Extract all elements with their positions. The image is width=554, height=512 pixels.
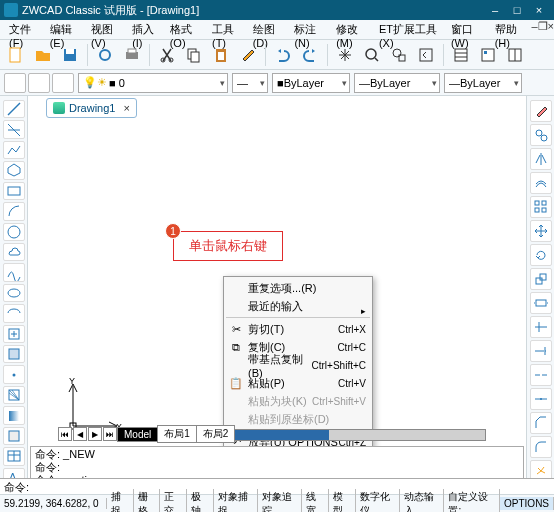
extend-tool[interactable] xyxy=(530,340,552,362)
line-tool[interactable] xyxy=(3,100,25,118)
status-snap[interactable]: 捕捉 xyxy=(107,489,134,513)
open-button[interactable] xyxy=(31,43,55,67)
plot-preview-button[interactable] xyxy=(93,43,117,67)
ctx-cut[interactable]: ✂剪切(T)Ctrl+X xyxy=(226,320,370,338)
design-center-button[interactable] xyxy=(476,43,500,67)
properties-button[interactable] xyxy=(449,43,473,67)
tab-nav-first[interactable]: ⏮ xyxy=(58,427,72,441)
menu-view[interactable]: 视图(V) xyxy=(86,20,127,39)
drawing-area[interactable]: Drawing1 × YX 单击鼠标右键 1 重复选项...(R) 最近的输入 … xyxy=(28,96,526,486)
lineweight-combo[interactable]: — xyxy=(232,73,268,93)
zoom-realtime-button[interactable] xyxy=(360,43,384,67)
menu-help[interactable]: 帮助(H) xyxy=(490,20,532,39)
point-tool[interactable] xyxy=(3,365,25,383)
menu-file[interactable]: 文件(F) xyxy=(4,20,45,39)
arc-tool[interactable] xyxy=(3,202,25,220)
scroll-thumb[interactable] xyxy=(229,430,329,440)
revcloud-tool[interactable] xyxy=(3,243,25,261)
circle-tool[interactable] xyxy=(3,223,25,241)
zoom-window-button[interactable] xyxy=(387,43,411,67)
rotate-tool[interactable] xyxy=(530,244,552,266)
stretch-tool[interactable] xyxy=(530,292,552,314)
table-tool[interactable] xyxy=(3,447,25,465)
insert-block-tool[interactable] xyxy=(3,325,25,343)
tab-layout1[interactable]: 布局1 xyxy=(157,425,197,443)
layer-states-button[interactable] xyxy=(28,73,50,93)
spline-tool[interactable] xyxy=(3,263,25,281)
menu-modify[interactable]: 修改(M) xyxy=(331,20,374,39)
maximize-button[interactable]: □ xyxy=(506,2,528,18)
ctx-copy-base[interactable]: 带基点复制(B)Ctrl+Shift+C xyxy=(226,356,370,374)
copy-tool[interactable] xyxy=(530,124,552,146)
status-dyn[interactable]: 动态输入 xyxy=(400,489,444,513)
tab-nav-last[interactable]: ⏭ xyxy=(103,427,117,441)
plotstyle-combo[interactable]: — ByLayer xyxy=(444,73,522,93)
layer-previous-button[interactable] xyxy=(52,73,74,93)
menu-format[interactable]: 格式(O) xyxy=(165,20,207,39)
new-button[interactable] xyxy=(4,43,28,67)
menu-window[interactable]: 窗口(W) xyxy=(446,20,490,39)
make-block-tool[interactable] xyxy=(3,345,25,363)
move-tool[interactable] xyxy=(530,220,552,242)
break-tool[interactable] xyxy=(530,364,552,386)
undo-button[interactable] xyxy=(271,43,295,67)
erase-tool[interactable] xyxy=(530,100,552,122)
menu-insert[interactable]: 插入(I) xyxy=(127,20,165,39)
region-tool[interactable] xyxy=(3,427,25,445)
gradient-tool[interactable] xyxy=(3,406,25,424)
layer-manager-button[interactable] xyxy=(4,73,26,93)
paste-button[interactable] xyxy=(209,43,233,67)
status-tablet[interactable]: 数字化仪 xyxy=(356,489,400,513)
zoom-previous-button[interactable] xyxy=(414,43,438,67)
status-ortho[interactable]: 正交 xyxy=(160,489,187,513)
status-options[interactable]: OPTIONS xyxy=(500,497,554,510)
ctx-recent-input[interactable]: 最近的输入 xyxy=(226,297,370,315)
polygon-tool[interactable] xyxy=(3,161,25,179)
fillet-tool[interactable] xyxy=(530,436,552,458)
mdi-restore[interactable]: ❐ xyxy=(538,20,548,39)
polyline-tool[interactable] xyxy=(3,141,25,159)
close-button[interactable]: × xyxy=(528,2,550,18)
tab-nav-next[interactable]: ▶ xyxy=(88,427,102,441)
doc-tab-close[interactable]: × xyxy=(123,102,129,114)
rectangle-tool[interactable] xyxy=(3,182,25,200)
status-osnap[interactable]: 对象捕捉 xyxy=(214,489,258,513)
join-tool[interactable] xyxy=(530,388,552,410)
copy-button[interactable] xyxy=(182,43,206,67)
menu-edit[interactable]: 编辑(E) xyxy=(45,20,86,39)
menu-tools[interactable]: 工具(T) xyxy=(207,20,248,39)
pan-button[interactable] xyxy=(333,43,357,67)
construction-line-tool[interactable] xyxy=(3,120,25,138)
status-model[interactable]: 模型 xyxy=(329,489,356,513)
status-grid[interactable]: 栅格 xyxy=(134,489,161,513)
mdi-close[interactable]: × xyxy=(548,20,554,39)
cut-button[interactable] xyxy=(155,43,179,67)
status-lwt[interactable]: 线宽 xyxy=(302,489,329,513)
hatch-tool[interactable] xyxy=(3,386,25,404)
ctx-repeat[interactable]: 重复选项...(R) xyxy=(226,279,370,297)
match-properties-button[interactable] xyxy=(236,43,260,67)
ellipse-tool[interactable] xyxy=(3,284,25,302)
plot-button[interactable] xyxy=(120,43,144,67)
chamfer-tool[interactable] xyxy=(530,412,552,434)
menu-dimension[interactable]: 标注(N) xyxy=(289,20,331,39)
offset-tool[interactable] xyxy=(530,172,552,194)
ellipse-arc-tool[interactable] xyxy=(3,304,25,322)
status-otrack[interactable]: 对象追踪 xyxy=(258,489,302,513)
array-tool[interactable] xyxy=(530,196,552,218)
minimize-button[interactable]: – xyxy=(484,2,506,18)
save-button[interactable] xyxy=(58,43,82,67)
status-polar[interactable]: 极轴 xyxy=(187,489,214,513)
scale-tool[interactable] xyxy=(530,268,552,290)
redo-button[interactable] xyxy=(298,43,322,67)
tab-nav-prev[interactable]: ◀ xyxy=(73,427,87,441)
color-combo[interactable]: ■ ByLayer xyxy=(272,73,350,93)
horizontal-scrollbar[interactable] xyxy=(228,429,486,441)
mirror-tool[interactable] xyxy=(530,148,552,170)
linetype-combo[interactable]: — ByLayer xyxy=(354,73,440,93)
document-tab[interactable]: Drawing1 × xyxy=(46,98,137,118)
ctx-paste[interactable]: 📋粘贴(P)Ctrl+V xyxy=(226,374,370,392)
status-custom[interactable]: 自定义设置: xyxy=(444,489,500,513)
tool-palettes-button[interactable] xyxy=(503,43,527,67)
menu-draw[interactable]: 绘图(D) xyxy=(248,20,290,39)
